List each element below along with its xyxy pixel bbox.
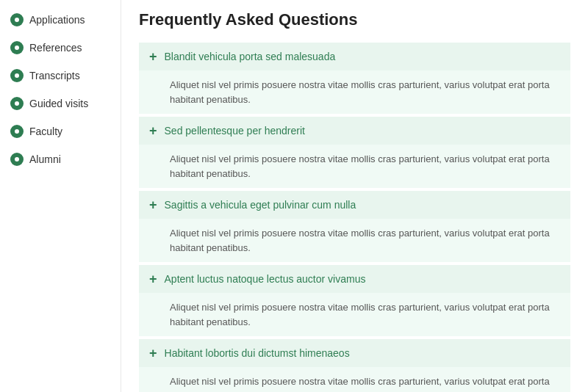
sidebar-label-guided-visits: Guided visits [29, 98, 88, 109]
sidebar-item-transcripts[interactable]: Transcripts [0, 62, 121, 90]
applications-icon [10, 13, 24, 26]
faq-question-0: Blandit vehicula porta sed malesuada [165, 51, 336, 62]
sidebar-item-faculty[interactable]: Faculty [0, 117, 121, 145]
faq-plus-icon-1: + [149, 124, 157, 137]
svg-point-2 [15, 73, 19, 78]
faq-item-2: +Sagittis a vehicula eget pulvinar cum n… [139, 191, 570, 262]
svg-point-5 [15, 157, 19, 161]
alumni-icon [10, 153, 24, 166]
faq-question-3: Aptent luctus natoque lectus auctor viva… [165, 273, 366, 285]
faculty-icon [10, 125, 24, 138]
faq-question-4: Habitant lobortis dui dictumst himenaeos [165, 347, 350, 359]
main-content: Frequently Asked Questions +Blandit vehi… [121, 0, 588, 392]
svg-point-3 [15, 101, 19, 106]
faq-plus-icon-3: + [149, 272, 157, 286]
sidebar-item-guided-visits[interactable]: Guided visits [0, 90, 121, 117]
faq-header-3[interactable]: +Aptent luctus natoque lectus auctor viv… [139, 265, 570, 293]
faq-answer-2: Aliquet nisl vel primis posuere nostra v… [139, 219, 570, 262]
faq-answer-1: Aliquet nisl vel primis posuere nostra v… [139, 145, 570, 188]
faq-plus-icon-0: + [149, 50, 157, 63]
faq-question-2: Sagittis a vehicula eget pulvinar cum nu… [165, 199, 356, 211]
sidebar-item-applications[interactable]: Applications [0, 6, 121, 34]
references-icon [10, 41, 24, 54]
sidebar-label-alumni: Alumni [29, 153, 61, 165]
faq-plus-icon-4: + [149, 346, 157, 360]
faq-question-1: Sed pellentesque per hendrerit [165, 125, 305, 137]
svg-point-4 [15, 129, 19, 134]
faq-plus-icon-2: + [149, 198, 157, 211]
faq-header-4[interactable]: +Habitant lobortis dui dictumst himenaeo… [139, 339, 570, 367]
faq-answer-0: Aliquet nisl vel primis posuere nostra v… [139, 70, 570, 114]
svg-point-1 [15, 46, 19, 50]
guided-visits-icon [10, 97, 24, 110]
sidebar-item-references[interactable]: References [0, 34, 121, 62]
sidebar-label-references: References [29, 42, 82, 54]
faq-list: +Blandit vehicula porta sed malesuadaAli… [139, 43, 570, 392]
sidebar-item-alumni[interactable]: Alumni [0, 145, 121, 173]
faq-item-1: +Sed pellentesque per hendreritAliquet n… [139, 117, 570, 188]
faq-answer-3: Aliquet nisl vel primis posuere nostra v… [139, 293, 570, 336]
faq-answer-4: Aliquet nisl vel primis posuere nostra v… [139, 367, 570, 392]
faq-header-0[interactable]: +Blandit vehicula porta sed malesuada [139, 43, 570, 70]
transcripts-icon [10, 69, 24, 82]
sidebar-label-transcripts: Transcripts [29, 70, 80, 81]
svg-point-0 [15, 18, 19, 22]
sidebar-label-faculty: Faculty [29, 126, 62, 137]
faq-header-1[interactable]: +Sed pellentesque per hendrerit [139, 117, 570, 145]
page-title: Frequently Asked Questions [139, 10, 570, 29]
sidebar: ApplicationsReferencesTranscriptsGuided … [0, 0, 121, 392]
faq-header-2[interactable]: +Sagittis a vehicula eget pulvinar cum n… [139, 191, 570, 219]
faq-item-0: +Blandit vehicula porta sed malesuadaAli… [139, 43, 570, 114]
faq-item-4: +Habitant lobortis dui dictumst himenaeo… [139, 339, 570, 392]
faq-item-3: +Aptent luctus natoque lectus auctor viv… [139, 265, 570, 336]
sidebar-label-applications: Applications [29, 14, 85, 26]
